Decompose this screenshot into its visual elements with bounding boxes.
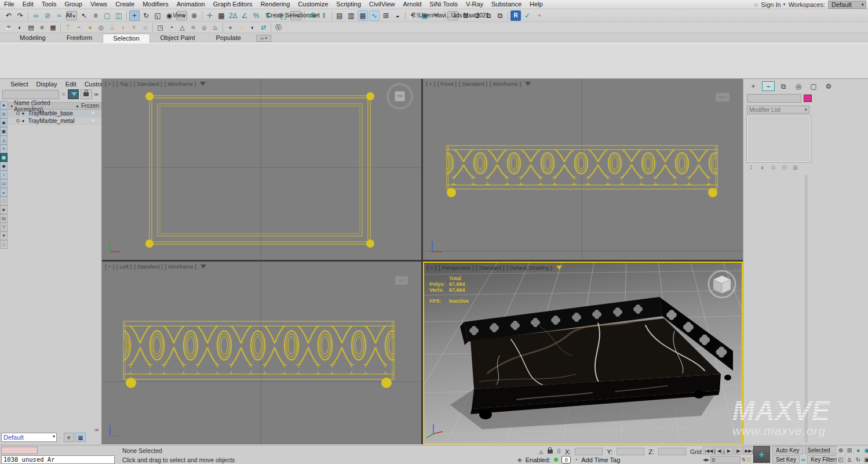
workspace-select[interactable]: Default xyxy=(828,1,866,9)
viewport-perspective[interactable]: [ + ] [ Perspective ] [ Standard ] [ Def… xyxy=(423,262,743,444)
explorer-header-row[interactable]: ● Name (Sorted Ascending) ▲ Frozen xyxy=(8,102,101,110)
health-check-icon[interactable]: ✓ xyxy=(522,10,533,21)
menu-item[interactable]: Modifiers xyxy=(138,0,173,9)
viewport-pov-label[interactable]: [ Top ] xyxy=(116,81,132,87)
advanced-filter-icon[interactable]: ▼ xyxy=(0,231,8,240)
menu-item[interactable]: CivilView xyxy=(365,0,399,9)
sign-in-button[interactable]: ☺ Sign In ▾ xyxy=(753,1,785,8)
vray-mesh-light-icon[interactable]: ◍ xyxy=(96,23,106,32)
explorer-menu-item[interactable]: Select xyxy=(7,81,32,88)
vray-toolbar-logo-icon[interactable]: Ⓥ xyxy=(273,23,283,32)
percent-snap-icon[interactable]: % xyxy=(251,10,261,21)
viewport-pov-label[interactable]: [ Left ] xyxy=(116,263,132,270)
maxscript-mini-listener[interactable]: 1038 unused Ar xyxy=(1,455,115,464)
z-coordinate-field[interactable] xyxy=(658,448,686,455)
bottom-overflow-icon[interactable]: ≫ xyxy=(94,427,99,433)
vray-sun-rays-icon[interactable]: ☼ xyxy=(140,23,150,32)
filter-geometry-icon[interactable]: ● xyxy=(0,101,8,110)
orbit-icon[interactable]: ↻ xyxy=(854,455,862,464)
motion-tab[interactable]: ◎ xyxy=(792,81,805,91)
vray-camera-icon[interactable]: ▤ xyxy=(26,23,36,32)
separator[interactable] xyxy=(152,23,153,32)
menu-item[interactable]: Help xyxy=(526,0,547,9)
grid-view-button[interactable]: ▦ xyxy=(75,433,86,442)
vray-displacement-icon[interactable]: △ xyxy=(177,23,187,32)
viewport-menu-button[interactable]: [ + ] xyxy=(427,264,436,271)
viewport-menu-button[interactable]: [ + ] xyxy=(105,81,114,87)
menu-item[interactable]: SiNi Tools xyxy=(425,0,462,9)
menu-item[interactable]: Customize xyxy=(294,0,332,9)
viewport-menu-button[interactable]: [ + ] xyxy=(105,263,114,270)
select-none-icon[interactable]: ■ xyxy=(0,205,8,214)
ribbon-tab[interactable]: Selection xyxy=(103,34,149,43)
workspace-basket-icon[interactable]: ⌂ xyxy=(0,240,8,249)
set-keys-button[interactable]: + xyxy=(753,446,770,463)
toggle-layer-explorer-icon[interactable]: ▥ xyxy=(346,10,356,21)
modifier-list-dropdown[interactable]: Modifier List xyxy=(747,106,809,114)
viewport-style-label[interactable]: [ Standard ] xyxy=(134,81,162,87)
explorer-overflow-icon[interactable]: ≫ xyxy=(94,92,100,97)
filter-shapes-icon[interactable]: ◎ xyxy=(0,110,8,118)
set-key-button[interactable]: Set Key xyxy=(772,455,800,463)
walk-through-icon[interactable]: ♙ xyxy=(845,455,854,464)
command-panel-scrollbar[interactable] xyxy=(805,175,808,443)
vray-paint-icon[interactable]: ◗ xyxy=(247,23,257,32)
viewport-style-label[interactable]: [ Standard ] xyxy=(476,264,504,271)
schematic-view-icon[interactable]: ⊞ xyxy=(381,10,391,21)
vray-volume-icon[interactable]: ♨ xyxy=(210,23,220,32)
toggle-ribbon-icon[interactable]: ▦ xyxy=(358,10,368,21)
modify-tab[interactable]: ⌁ xyxy=(762,81,775,91)
unlink-selection-icon[interactable]: ⊘ xyxy=(42,10,53,21)
explorer-name-select[interactable]: Default xyxy=(1,433,57,442)
go-to-start-button[interactable]: |◀◀ xyxy=(703,447,714,455)
zoom-icon[interactable]: ⊕ xyxy=(837,446,845,455)
next-frame-button[interactable]: |▶ xyxy=(734,447,742,455)
add-time-tag[interactable]: Add Time Tag xyxy=(581,456,620,463)
align-icon[interactable]: ‖ xyxy=(319,10,329,21)
viewport-shading-label[interactable]: [ Default Shading ] xyxy=(506,264,552,271)
select-and-scale-icon[interactable]: ◱ xyxy=(152,10,163,21)
rectangular-selection-region-icon[interactable]: ▢ xyxy=(102,10,112,21)
viewport-filter-icon[interactable] xyxy=(556,266,562,270)
explorer-menu-item[interactable]: Edit xyxy=(62,81,80,88)
clear-search-icon[interactable]: ✕ xyxy=(61,91,65,97)
angle-snap-icon[interactable]: ∠ xyxy=(239,10,250,21)
ribbon-tab[interactable]: Populate xyxy=(205,33,251,43)
top-viewport-canvas[interactable]: TOP NESW xyxy=(102,79,421,260)
menu-item[interactable]: Graph Editors xyxy=(209,0,257,9)
separator[interactable] xyxy=(60,23,61,32)
frame-spinner[interactable]: ⇅ xyxy=(742,457,746,462)
select-object-icon[interactable]: ↖ xyxy=(79,10,89,21)
vray-ies-light-icon[interactable]: ⊥ xyxy=(107,23,117,32)
maxscript-mini-listener-pink[interactable] xyxy=(1,447,38,454)
vray-render-icon[interactable]: ☕ xyxy=(4,23,14,32)
select-all-icon[interactable]: □ xyxy=(0,197,8,205)
separator[interactable] xyxy=(202,11,202,20)
project-folder-combo[interactable]: C:\Users\davi...\3ds Max 2021 xyxy=(447,11,458,20)
explorer-options-button[interactable]: · xyxy=(58,433,63,441)
current-frame-field[interactable]: 0 xyxy=(710,456,741,463)
separator[interactable] xyxy=(223,23,223,32)
vray-physical-camera-icon[interactable]: ▦ xyxy=(48,23,58,32)
separator[interactable] xyxy=(508,11,508,20)
viewport-shading-label[interactable]: [ Wireframe ] xyxy=(165,81,196,87)
x-coordinate-field[interactable] xyxy=(575,448,603,455)
modifier-stack[interactable] xyxy=(747,115,811,162)
viewport-shading-label[interactable]: [ Wireframe ] xyxy=(490,81,521,87)
filter-cameras-icon[interactable]: ▣ xyxy=(0,127,8,136)
filter-groups-icon[interactable]: ▣ xyxy=(0,153,8,162)
vray-dome-light-icon[interactable]: ◓ xyxy=(74,23,84,32)
redo-icon[interactable]: ↷ xyxy=(15,10,25,21)
viewport-left[interactable]: [ + ] [ Left ] [ Standard ] [ Wireframe … xyxy=(102,262,421,444)
vray-fur-icon[interactable]: ψ xyxy=(199,23,209,32)
filter-lights-icon[interactable]: ◉ xyxy=(0,118,8,127)
explorer-menu-item[interactable]: Display xyxy=(33,81,61,88)
select-by-name-icon[interactable]: ≡ xyxy=(90,10,101,21)
vray-material-sphere-icon[interactable]: ● xyxy=(225,23,235,32)
vray-gi-icon[interactable]: ◳ xyxy=(155,23,165,32)
selection-lock-icon[interactable] xyxy=(548,449,553,454)
utilities-tab[interactable]: ⚙ xyxy=(822,81,835,91)
vray-exposure-icon[interactable]: ◔ xyxy=(166,23,176,32)
menu-item[interactable]: Group xyxy=(60,0,86,9)
zoom-extents-all-icon[interactable]: ◉ xyxy=(863,446,868,455)
